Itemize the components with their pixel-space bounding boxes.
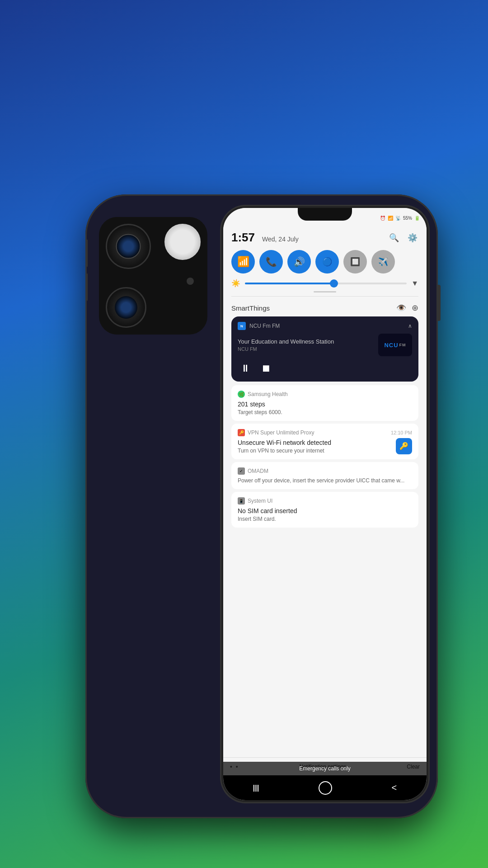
- smartthings-label: SmartThings: [231, 304, 270, 312]
- smartthings-row[interactable]: SmartThings 👁️ ⊕: [231, 299, 418, 316]
- nfc-toggle[interactable]: 🔲: [343, 250, 367, 274]
- samsung-health-notification[interactable]: 🌿 Samsung Health 201 steps Target steps …: [231, 385, 418, 421]
- system-ui-app-name: System UI: [248, 498, 272, 504]
- brightness-icon: ☀️: [231, 279, 240, 288]
- ncu-notif-header: N NCU Fm FM ∧: [238, 322, 412, 330]
- brightness-row: ☀️ ▼: [231, 279, 418, 288]
- phone-mockup: ⏰ 📶 📡 55% 🔋 1:57 Wed, 24 July 🔍 ⚙️: [85, 194, 438, 818]
- system-ui-title: No SIM card inserted: [238, 507, 412, 514]
- emergency-calls-bar: Emergency calls only: [223, 762, 427, 775]
- sound-toggle[interactable]: 🔊: [287, 250, 311, 274]
- drag-handle: [314, 291, 336, 292]
- system-ui-notification[interactable]: 📱 System UI No SIM card inserted Insert …: [231, 492, 418, 528]
- panel-divider: [231, 296, 418, 297]
- smartthings-devices-icon[interactable]: 👁️: [396, 303, 406, 313]
- smartthings-add-icon[interactable]: ⊕: [412, 303, 418, 313]
- search-icon[interactable]: 🔍: [388, 232, 400, 244]
- phone-toggle[interactable]: 📞: [259, 250, 283, 274]
- volume-down-button[interactable]: [85, 274, 88, 301]
- camera-module: [99, 217, 207, 335]
- samsung-health-header: 🌿 Samsung Health: [238, 391, 412, 398]
- wifi-toggle[interactable]: 📶: [231, 250, 255, 274]
- vpn-header: 🔑 VPN Super Unlimited Proxy 12:10 PM: [238, 429, 412, 436]
- ncu-app-icon: N: [238, 322, 246, 330]
- camera-lens-secondary: [106, 287, 146, 328]
- vpn-title: Unsecure Wi-Fi network detected: [238, 439, 412, 446]
- power-button[interactable]: [438, 285, 441, 321]
- ncu-app-name: NCU Fm FM: [249, 323, 280, 329]
- signal-icon: 📡: [395, 216, 401, 221]
- vpn-body: Turn on VPN to secure your internet: [238, 448, 412, 454]
- ncu-notif-text: Your Education and Wellness Station NCU …: [238, 338, 378, 352]
- vpn-key-button[interactable]: 🔑: [396, 438, 412, 454]
- ncu-notif-title: Your Education and Wellness Station: [238, 338, 378, 345]
- stop-button[interactable]: ⏹: [258, 361, 274, 376]
- panel-header-icons: 🔍 ⚙️: [388, 232, 418, 244]
- omadm-header: ✓ OMADM: [238, 467, 412, 475]
- navigation-bar: ||| <: [223, 775, 427, 800]
- emergency-calls-text: Emergency calls only: [299, 765, 350, 772]
- phone-screen: ⏰ 📶 📡 55% 🔋 1:57 Wed, 24 July 🔍 ⚙️: [223, 208, 427, 800]
- camera-notch: [298, 208, 352, 221]
- vpn-app-name: VPN Super Unlimited Proxy: [248, 429, 314, 436]
- camera-lens-flash: [164, 224, 201, 260]
- ncu-notif-content: Your Education and Wellness Station NCU …: [238, 334, 412, 356]
- system-ui-header: 📱 System UI: [238, 497, 412, 505]
- ncu-notif-station: NCU FM: [238, 346, 378, 352]
- omadm-icon: ✓: [238, 467, 245, 475]
- vpn-time: 12:10 PM: [391, 430, 412, 435]
- home-button[interactable]: [319, 781, 332, 795]
- pause-button[interactable]: ⏸: [238, 361, 253, 376]
- settings-icon[interactable]: ⚙️: [407, 232, 418, 244]
- panel-header: 1:57 Wed, 24 July 🔍 ⚙️: [231, 231, 418, 245]
- ncu-logo-large: NCUFM: [378, 334, 412, 356]
- brightness-expand-icon[interactable]: ▼: [411, 279, 418, 288]
- samsung-health-app-name: Samsung Health: [248, 391, 288, 397]
- microphone-dot: [187, 278, 194, 285]
- airplane-toggle[interactable]: ✈️: [371, 250, 395, 274]
- samsung-health-icon: 🌿: [238, 391, 245, 398]
- ncu-controls: ⏸ ⏹: [238, 361, 412, 376]
- vpn-notification[interactable]: 🔑 VPN Super Unlimited Proxy 12:10 PM Uns…: [231, 424, 418, 459]
- bluetooth-toggle[interactable]: 🔵: [315, 250, 339, 274]
- volume-up-button[interactable]: [85, 240, 88, 267]
- omadm-app-name: OMADM: [248, 468, 268, 474]
- alarm-icon: ⏰: [380, 216, 385, 221]
- samsung-health-title: 201 steps: [238, 401, 412, 408]
- status-bar-icons: ⏰ 📶 📡 55% 🔋: [380, 216, 420, 221]
- back-button[interactable]: <: [392, 783, 397, 793]
- date-display: Wed, 24 July: [262, 236, 299, 243]
- time-display: 1:57: [231, 231, 255, 245]
- system-ui-body: Insert SIM card.: [238, 516, 412, 522]
- system-ui-icon: 📱: [238, 497, 245, 505]
- wifi-status-icon: 📶: [388, 216, 393, 221]
- samsung-health-body: Target steps 6000.: [238, 409, 412, 415]
- ncu-expand-icon[interactable]: ∧: [408, 323, 412, 329]
- smartthings-icons: 👁️ ⊕: [396, 303, 418, 313]
- omadm-body: Power off your device, insert the servic…: [238, 477, 412, 484]
- ncu-fm-notification-card[interactable]: N NCU Fm FM ∧ Your Education and Wellnes…: [231, 316, 418, 382]
- camera-lens-main: [106, 224, 151, 269]
- recent-apps-button[interactable]: |||: [253, 784, 259, 792]
- notification-panel: 1:57 Wed, 24 July 🔍 ⚙️ 📶 📞 🔊 🔵 🔲 ✈️ ☀: [223, 226, 427, 535]
- battery-icon: 🔋: [414, 216, 420, 221]
- quick-toggles: 📶 📞 🔊 🔵 🔲 ✈️: [231, 250, 418, 274]
- battery-text: 55%: [403, 216, 412, 221]
- brightness-thumb[interactable]: [330, 279, 338, 288]
- omadm-notification[interactable]: ✓ OMADM Power off your device, insert th…: [231, 462, 418, 489]
- time-date-row: 1:57 Wed, 24 July: [231, 231, 299, 245]
- vpn-icon: 🔑: [238, 429, 245, 436]
- brightness-slider[interactable]: [245, 283, 407, 284]
